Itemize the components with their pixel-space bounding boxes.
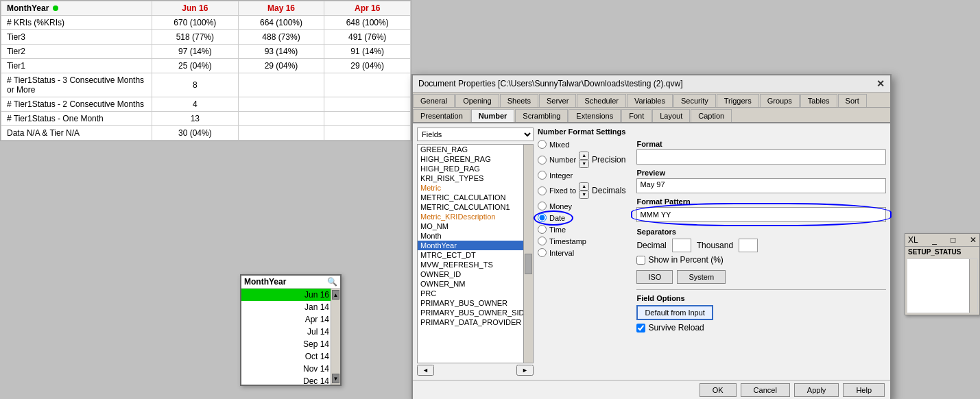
radio-interval-input[interactable] (538, 248, 547, 257)
fields-scrollbar[interactable] (523, 145, 533, 363)
tab-general[interactable]: General (413, 94, 455, 107)
list-item[interactable]: Jun 16 (241, 289, 340, 301)
fields-dropdown[interactable]: Fields (417, 128, 534, 141)
system-button[interactable]: System (677, 270, 726, 284)
radio-fixed-input[interactable] (538, 186, 547, 195)
tab-variables[interactable]: Variables (627, 94, 673, 107)
field-item-primary-data-provider[interactable]: PRIMARY_DATA_PROVIDER (418, 317, 533, 327)
field-item-high-green-rag[interactable]: HIGH_GREEN_RAG (418, 154, 533, 164)
radio-money[interactable]: Money (538, 202, 625, 210)
field-item-kri-risk-types[interactable]: KRI_RISK_TYPES (418, 173, 533, 183)
radio-number[interactable]: Number (538, 156, 576, 165)
table-row: Tier1 25 (04%) 29 (04%) 29 (04%) (1, 59, 411, 73)
decimals-up[interactable]: ▲ (579, 182, 589, 191)
scroll-left-button[interactable]: ◄ (417, 365, 434, 376)
scroll-up[interactable]: ▲ (332, 290, 339, 300)
precision-down[interactable]: ▼ (579, 160, 589, 168)
panel-list: Jun 16 Jan 14 Apr 14 Jul 14 Sep 14 Oct 1… (241, 289, 340, 385)
list-item[interactable]: Jul 14 (241, 326, 340, 338)
radio-mixed-input[interactable] (538, 140, 547, 149)
search-icon[interactable]: 🔍 (327, 277, 337, 287)
default-from-input-button[interactable]: Default from Input (636, 305, 713, 320)
mini-close[interactable]: ✕ (970, 235, 977, 245)
tab-scheduler[interactable]: Scheduler (577, 94, 626, 107)
tab-security[interactable]: Security (673, 94, 716, 107)
show-percent-checkbox[interactable] (636, 256, 645, 265)
tab-tables[interactable]: Tables (800, 94, 837, 107)
radio-number-input[interactable] (538, 156, 547, 165)
radio-integer-input[interactable] (538, 171, 547, 180)
tab-number[interactable]: Number (471, 109, 515, 122)
tab-extensions[interactable]: Extensions (569, 109, 621, 122)
separators-label: Separators (636, 228, 886, 236)
field-item-metric-calc[interactable]: METRIC_CALCULATION (418, 193, 533, 202)
list-item[interactable]: Jan 14 (241, 301, 340, 313)
tab-triggers[interactable]: Triggers (717, 94, 759, 107)
field-item-mvw-refresh[interactable]: MVW_REFRESH_TS (418, 260, 533, 269)
radio-integer[interactable]: Integer (538, 171, 625, 180)
list-item[interactable]: Sep 14 (241, 338, 340, 350)
mini-maximize[interactable]: □ (951, 235, 955, 245)
tab-layout[interactable]: Layout (652, 109, 690, 122)
list-item[interactable]: Apr 14 (241, 313, 340, 326)
radio-mixed[interactable]: Mixed (538, 140, 625, 149)
scroll-right-button[interactable]: ► (516, 365, 534, 376)
field-item-monthyear[interactable]: MonthYear (418, 241, 533, 250)
radio-timestamp[interactable]: Timestamp (538, 237, 625, 245)
mini-minimize[interactable]: _ (932, 235, 937, 245)
decimals-down[interactable]: ▼ (579, 191, 589, 199)
field-item-high-red-rag[interactable]: HIGH_RED_RAG (418, 164, 533, 173)
thousand-input[interactable] (739, 239, 758, 252)
tab-font[interactable]: Font (621, 109, 652, 122)
field-item-mo-nm[interactable]: MO_NM (418, 221, 533, 231)
tab-sort[interactable]: Sort (838, 94, 867, 107)
help-button[interactable]: Help (843, 383, 885, 397)
monthyear-panel[interactable]: MonthYear 🔍 Jun 16 Jan 14 Apr 14 Jul 14 … (240, 274, 342, 386)
tab-sheets[interactable]: Sheets (500, 94, 538, 107)
radio-time-input[interactable] (538, 225, 547, 234)
tab-presentation[interactable]: Presentation (413, 109, 470, 122)
cancel-button[interactable]: Cancel (741, 383, 790, 397)
radio-timestamp-input[interactable] (538, 237, 547, 245)
field-item-metric[interactable]: Metric (418, 183, 533, 193)
close-button[interactable]: ✕ (876, 78, 885, 89)
tab-groups[interactable]: Groups (760, 94, 800, 107)
field-item-green-rag[interactable]: GREEN_RAG (418, 145, 533, 154)
tab-opening[interactable]: Opening (455, 94, 499, 107)
field-item-primary-bus-owner-sid[interactable]: PRIMARY_BUS_OWNER_SID (418, 308, 533, 317)
scroll-down[interactable]: ▼ (332, 374, 339, 383)
field-item-owner-id[interactable]: OWNER_ID (418, 269, 533, 279)
field-item-primary-bus-owner[interactable]: PRIMARY_BUS_OWNER (418, 298, 533, 308)
iso-button[interactable]: ISO (636, 270, 673, 284)
field-item-owner-nm[interactable]: OWNER_NM (418, 279, 533, 289)
list-item[interactable]: Oct 14 (241, 350, 340, 363)
field-item-metric-calc1[interactable]: METRIC_CALCULATION1 (418, 202, 533, 212)
apply-button[interactable]: Apply (794, 383, 839, 397)
radio-money-input[interactable] (538, 202, 547, 210)
iso-system-row: ISO System (636, 270, 886, 284)
tab-scrambling[interactable]: Scrambling (515, 109, 568, 122)
radio-interval[interactable]: Interval (538, 248, 625, 257)
separators-row: Decimal Thousand (636, 239, 886, 252)
survive-reload-checkbox[interactable] (636, 324, 645, 332)
radio-date[interactable]: Date (538, 213, 625, 222)
list-item[interactable]: Nov 14 (241, 363, 340, 375)
tab-server[interactable]: Server (539, 94, 576, 107)
radio-time[interactable]: Time (538, 225, 625, 234)
radio-fixed[interactable]: Fixed to (538, 186, 576, 195)
radio-date-input[interactable] (538, 213, 547, 222)
field-item-metric-kri-desc[interactable]: Metric_KRIDescription (418, 212, 533, 221)
format-label: Format (636, 140, 886, 148)
field-item-prc[interactable]: PRC (418, 289, 533, 298)
format-pattern-input[interactable] (636, 207, 886, 222)
mini-scrollbar[interactable] (969, 259, 977, 313)
panel-scrollbar[interactable]: ▲ ▼ (331, 289, 340, 385)
precision-up[interactable]: ▲ (579, 152, 589, 160)
ok-button[interactable]: OK (700, 383, 737, 397)
decimal-input[interactable] (672, 239, 691, 252)
field-item-mtrc-ect-dt[interactable]: MTRC_ECT_DT (418, 250, 533, 260)
list-item[interactable]: Dec 14 (241, 375, 340, 385)
field-item-month[interactable]: Month (418, 231, 533, 241)
tab-caption[interactable]: Caption (691, 109, 732, 122)
scroll-thumb[interactable] (525, 254, 532, 274)
